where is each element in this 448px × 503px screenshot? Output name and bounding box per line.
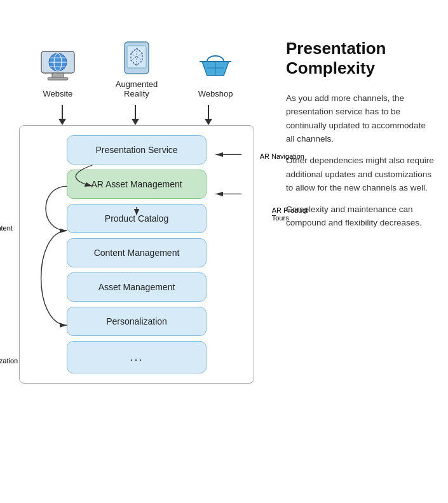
right-paragraph-1: As you add more channels, the presentati… bbox=[286, 91, 435, 146]
product-catalog-box: Product Catalog bbox=[67, 204, 207, 233]
ar-icon bbox=[118, 39, 155, 76]
presentation-service-box: Presentation Service bbox=[67, 135, 207, 164]
ar-content-label: AR Content bbox=[0, 224, 13, 232]
left-panel: Website Augmented Reality bbox=[0, 0, 273, 503]
icon-item-website: Website bbox=[38, 46, 78, 98]
personalization-box: Personalization bbox=[67, 307, 207, 336]
icon-item-ar: Augmented Reality bbox=[116, 39, 158, 98]
webshop-icon bbox=[196, 49, 235, 86]
arrow-shaft bbox=[208, 105, 209, 119]
arrow-ar bbox=[132, 105, 139, 125]
more-box: ... bbox=[67, 341, 207, 373]
arrow-shaft bbox=[135, 105, 136, 119]
diagram-box: AR Navigation AR Product Tours AR Conten… bbox=[19, 125, 254, 384]
arrow-head bbox=[58, 119, 66, 125]
website-label: Website bbox=[43, 89, 73, 98]
right-paragraph-2: Other dependencies might also require ad… bbox=[286, 154, 435, 195]
arrow-website bbox=[58, 105, 66, 125]
ar-personalization-label: AR Personalization bbox=[0, 342, 18, 365]
website-icon bbox=[38, 46, 78, 86]
arrow-shaft bbox=[62, 105, 63, 119]
arrow-webshop bbox=[205, 105, 212, 125]
arrow-head bbox=[205, 119, 212, 125]
svg-rect-2 bbox=[48, 77, 68, 80]
right-title: Presentation Complexity bbox=[286, 19, 435, 79]
top-arrows-row bbox=[19, 105, 254, 125]
ar-label: Augmented Reality bbox=[116, 79, 158, 98]
right-paragraph-3: Complexity and maintenance can compound … bbox=[286, 203, 435, 230]
icon-item-webshop: Webshop bbox=[196, 49, 235, 98]
asset-management-box: Asset Management bbox=[67, 272, 207, 302]
right-body: As you add more channels, the presentati… bbox=[286, 91, 435, 238]
top-icons-row: Website Augmented Reality bbox=[6, 10, 267, 98]
content-management-box: Content Management bbox=[67, 238, 207, 267]
right-panel: Presentation Complexity As you add more … bbox=[273, 0, 448, 503]
arrow-head bbox=[132, 119, 139, 125]
ar-product-tours-label: AR Product Tours bbox=[272, 199, 308, 222]
ar-asset-management-box: AR Asset Management bbox=[67, 170, 207, 199]
webshop-label: Webshop bbox=[198, 89, 233, 98]
ar-navigation-label: AR Navigation bbox=[260, 152, 304, 160]
